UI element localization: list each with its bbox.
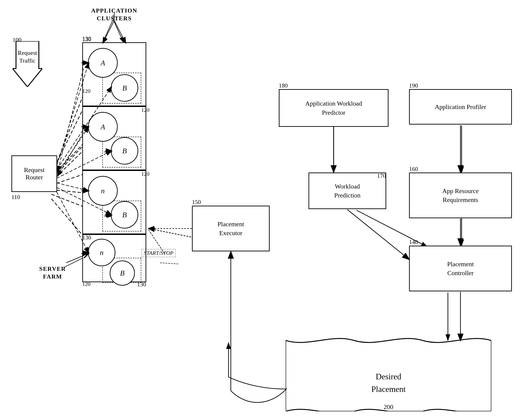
svg-line-42 <box>58 69 83 171</box>
app-profiler-box: Application Profiler <box>409 89 512 124</box>
request-router-label: Request Router <box>24 166 44 181</box>
arrow-to-A2 <box>81 124 90 129</box>
label-130-outer-top: 130 <box>82 36 91 43</box>
placement-executor-box: Placement Executor <box>192 206 270 251</box>
circle-n2: n <box>88 239 115 266</box>
label-180: 180 <box>279 82 288 89</box>
workload-prediction-label: Workload Prediction <box>334 182 360 200</box>
placement-controller-label: Placement Controller <box>447 260 474 277</box>
label-140: 140 <box>409 239 418 246</box>
svg-line-19 <box>160 263 178 264</box>
label-120-1: 120 <box>82 88 90 94</box>
cluster-3-box <box>82 170 146 234</box>
svg-line-32 <box>103 21 114 43</box>
svg-line-10 <box>103 19 113 42</box>
arrow-to-B3 <box>104 214 113 218</box>
circle-A2: A <box>88 112 118 142</box>
arrow-to-n1 <box>81 189 90 193</box>
svg-line-43 <box>58 132 83 176</box>
label-130-bot: 130 <box>82 234 91 241</box>
workload-prediction-box: Workload Prediction <box>308 173 386 209</box>
svg-line-11 <box>113 19 123 42</box>
diagram: Request Traffic 100 Request Router 110 S… <box>0 0 524 420</box>
circle-B3: B <box>111 201 138 228</box>
svg-text:Desired: Desired <box>376 372 401 381</box>
svg-line-33 <box>114 21 126 43</box>
app-resource-req-box: App Resource Requirements <box>409 173 512 218</box>
label-170: 170 <box>377 173 386 179</box>
circle-A1: A <box>88 48 118 78</box>
placement-controller-box: Placement Controller <box>409 246 512 291</box>
app-clusters-label: APPLICATION CLUSTERS <box>82 7 146 22</box>
label-120-2: 120 <box>141 107 149 113</box>
cluster-2-box <box>82 106 146 170</box>
circle-B1: B <box>111 74 138 102</box>
label-130-outer-bot: 130 <box>137 281 146 288</box>
label-100: 100 <box>13 36 21 44</box>
circle-B2: B <box>111 137 138 165</box>
app-profiler-label: Application Profiler <box>435 102 486 111</box>
arrow-to-A1 <box>81 61 90 65</box>
svg-text:Placement: Placement <box>371 385 406 394</box>
circle-n1: n <box>88 176 118 206</box>
app-workload-predictor-box: Application Workload Predictor <box>279 89 388 127</box>
request-router-box: Request Router <box>11 155 57 192</box>
placement-executor-label: Placement Executor <box>218 219 244 237</box>
svg-line-52 <box>347 210 409 259</box>
label-190: 190 <box>409 82 418 89</box>
app-resource-req-label: App Resource Requirements <box>442 186 479 204</box>
label-120-4: 120 <box>82 281 90 287</box>
desired-placement-container: Desired Placement 200 <box>286 327 491 411</box>
label-120-3: 120 <box>141 171 149 177</box>
label-110: 110 <box>11 194 20 201</box>
label-160: 160 <box>409 166 418 173</box>
arrow-to-n2 <box>81 251 90 256</box>
label-150: 150 <box>192 199 201 206</box>
app-workload-predictor-label: Application Workload Predictor <box>305 99 362 117</box>
request-traffic-label: Request Traffic <box>13 49 42 65</box>
start-stop-label: START/STOP <box>142 249 175 257</box>
circle-B4: B <box>110 261 135 286</box>
svg-text:200: 200 <box>384 403 393 411</box>
